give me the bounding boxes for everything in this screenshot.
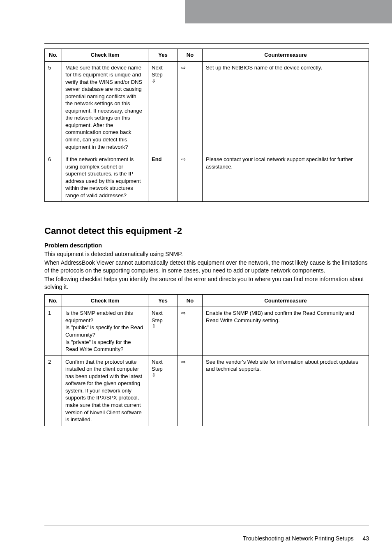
right-arrow-icon: ⇨ <box>181 359 186 365</box>
header-check: Check Item <box>62 294 148 307</box>
yes-label: End <box>152 156 162 162</box>
yes-label: Next Step <box>152 65 163 78</box>
cell-cm: Set up the NetBIOS name of the device co… <box>203 61 369 153</box>
cell-no2: ⇨ <box>178 355 203 426</box>
cell-cm: Enable the SNMP (MIB) and confirm the Re… <box>203 307 369 355</box>
problem-para: The following checklist helps you identi… <box>44 275 369 291</box>
page: No. Check Item Yes No Countermeasure 5 M… <box>0 0 392 554</box>
section-title: Cannot detect this equipment -2 <box>44 226 369 236</box>
checklist-table-2: No. Check Item Yes No Countermeasure 1 I… <box>44 294 369 426</box>
header-no: No. <box>45 294 62 307</box>
cell-check: If the network environment is using comp… <box>62 153 148 202</box>
checklist-table-1: No. Check Item Yes No Countermeasure 5 M… <box>44 48 369 202</box>
table-row: 1 Is the SNMP enabled on this equipment?… <box>45 307 369 355</box>
table-row: 2 Confirm that the protocol suite instal… <box>45 355 369 426</box>
header-cm: Countermeasure <box>203 49 369 62</box>
cell-no2: ⇨ <box>178 307 203 355</box>
table-header-row: No. Check Item Yes No Countermeasure <box>45 294 369 307</box>
top-rule <box>44 43 369 44</box>
cell-no2: ⇨ <box>178 61 203 153</box>
right-arrow-icon: ⇨ <box>181 156 186 162</box>
cell-no: 6 <box>45 153 62 202</box>
header-check: Check Item <box>62 49 148 62</box>
header-no2: No <box>178 294 203 307</box>
header-yes: Yes <box>148 294 178 307</box>
cell-check: Confirm that the protocol suite installe… <box>62 355 148 426</box>
cell-no: 2 <box>45 355 62 426</box>
header-no2: No <box>178 49 203 62</box>
cell-cm: See the vendor's Web site for informatio… <box>203 355 369 426</box>
header-yes: Yes <box>148 49 178 62</box>
cell-no: 1 <box>45 307 62 355</box>
page-footer: Troubleshooting at Network Printing Setu… <box>243 535 369 542</box>
right-arrow-icon: ⇨ <box>181 65 186 71</box>
yes-label: Next Step <box>152 310 163 323</box>
cell-cm: Please contact your local network suppor… <box>203 153 369 202</box>
content-area: No. Check Item Yes No Countermeasure 5 M… <box>44 48 369 426</box>
cell-yes: End <box>148 153 178 202</box>
footer-rule <box>44 526 369 526</box>
cell-no: 5 <box>45 61 62 153</box>
problem-para: This equipment is detected automatically… <box>44 250 369 258</box>
cell-yes: Next Step ⇩ <box>148 307 178 355</box>
header-banner <box>185 0 392 23</box>
down-arrow-icon: ⇩ <box>152 324 174 329</box>
down-arrow-icon: ⇩ <box>152 373 174 378</box>
table-row: 6 If the network environment is using co… <box>45 153 369 202</box>
table-header-row: No. Check Item Yes No Countermeasure <box>45 49 369 62</box>
down-arrow-icon: ⇩ <box>152 78 174 83</box>
problem-heading: Problem description <box>44 242 369 249</box>
yes-label: Next Step <box>152 359 163 372</box>
cell-check: Is the SNMP enabled on this equipment? I… <box>62 307 148 355</box>
table-row: 5 Make sure that the device name for thi… <box>45 61 369 153</box>
cell-yes: Next Step ⇩ <box>148 355 178 426</box>
cell-yes: Next Step ⇩ <box>148 61 178 153</box>
problem-para: When AddressBook Viewer cannot automatic… <box>44 259 369 275</box>
cell-check: Make sure that the device name for this … <box>62 61 148 153</box>
cell-no2: ⇨ <box>178 153 203 202</box>
header-cm: Countermeasure <box>203 294 369 307</box>
page-number: 43 <box>362 535 369 542</box>
footer-text: Troubleshooting at Network Printing Setu… <box>243 535 354 542</box>
right-arrow-icon: ⇨ <box>181 310 186 316</box>
header-no: No. <box>45 49 62 62</box>
